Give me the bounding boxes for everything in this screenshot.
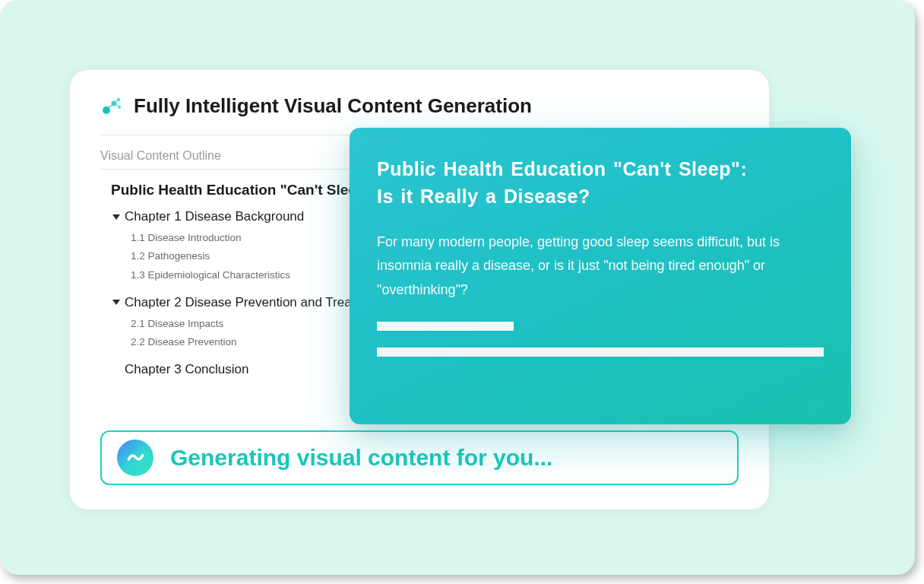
preview-title-line: Public Health Education "Can't Sleep": <box>377 158 747 179</box>
generation-status-text: Generating visual content for you... <box>170 445 552 471</box>
svg-line-4 <box>108 105 112 108</box>
loading-placeholder-line <box>377 322 514 331</box>
preview-title: Public Health Education "Can't Sleep": I… <box>377 155 824 211</box>
chapter-label: Chapter 2 Disease Prevention and Treatme… <box>125 295 384 310</box>
outer-panel: Fully Intelligent Visual Content Generat… <box>0 0 915 575</box>
caret-down-icon <box>112 300 120 305</box>
generation-status-bar: Generating visual content for you... <box>100 430 739 485</box>
preview-title-line: Is it Really a Disease? <box>377 186 590 207</box>
preview-body-text: For many modern people, getting good sle… <box>377 230 824 303</box>
header-title: Fully Intelligent Visual Content Generat… <box>134 94 532 118</box>
content-preview-card: Public Health Education "Can't Sleep": I… <box>350 128 851 424</box>
chapter-label: Chapter 1 Disease Background <box>125 209 304 224</box>
generation-spinner-icon <box>117 440 153 476</box>
caret-down-icon <box>112 214 120 220</box>
app-logo-icon <box>100 95 123 118</box>
loading-placeholder-line <box>377 348 824 357</box>
svg-line-6 <box>115 104 119 106</box>
